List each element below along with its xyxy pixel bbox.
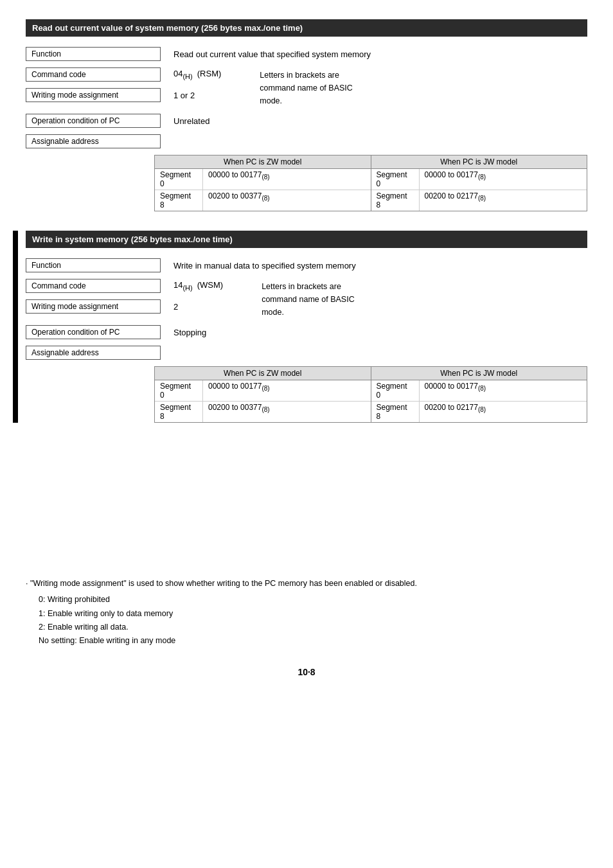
- col2-header-1: When PC is JW model: [371, 155, 587, 169]
- table2-row1-col1: Segment 0 00000 to 00177(8): [155, 380, 371, 402]
- writing-mode-value-2: 2: [173, 302, 178, 312]
- command-code-row-1: Command code 04(H) (RSM): [26, 67, 221, 82]
- footnote-item-2: 2: Enable writing all data.: [39, 621, 587, 634]
- footnote-item-3: No setting: Enable writing in any mode: [39, 634, 587, 648]
- footnote-item-0: 0: Writing prohibited: [39, 593, 587, 607]
- writing-mode-value-1: 1 or 2: [173, 91, 195, 100]
- operation-condition-row-2: Operation condition of PC Stopping: [26, 325, 587, 339]
- assignable-address-row-1: Assignable address: [26, 134, 587, 148]
- table2-row2-col1: Segment 8 00200 to 00377(8): [155, 402, 371, 422]
- table1-row2-col1: Segment 8 00200 to 00377(8): [155, 190, 371, 211]
- address-table-2: When PC is ZW model Segment 0 00000 to 0…: [154, 366, 587, 423]
- col2-header-2: When PC is JW model: [371, 367, 587, 380]
- function-value-2: Write in manual data to specified system…: [173, 261, 356, 270]
- operation-condition-value-2: Stopping: [173, 328, 206, 337]
- writing-mode-label-1: Writing mode assignment: [26, 88, 161, 102]
- operation-condition-label-1: Operation condition of PC: [26, 114, 161, 128]
- col1-header-1: When PC is ZW model: [155, 155, 371, 169]
- table1-row1-col1: Segment 0 00000 to 00177(8): [155, 169, 371, 190]
- section1-side-note: Letters in brackets are command name of …: [260, 69, 353, 107]
- section1: Read out current value of system memory …: [26, 19, 587, 211]
- table2-row1-col2: Segment 0 00000 to 00177(8): [371, 380, 587, 402]
- operation-condition-row-1: Operation condition of PC Unrelated: [26, 114, 587, 128]
- assignable-address-row-2: Assignable address: [26, 346, 587, 360]
- command-code-label-1: Command code: [26, 67, 161, 82]
- page-number: 10·8: [26, 667, 587, 677]
- command-code-row-2: Command code 14(H) (WSM): [26, 279, 223, 293]
- command-code-label-2: Command code: [26, 279, 161, 293]
- operation-condition-value-1: Unrelated: [173, 116, 209, 126]
- address-table-1: When PC is ZW model Segment 0 00000 to 0…: [154, 155, 587, 211]
- footnote-intro: · "Writing mode assignment" is used to s…: [26, 577, 587, 590]
- function-row-1: Function Read out current value that spe…: [26, 47, 587, 61]
- writing-mode-label-2: Writing mode assignment: [26, 299, 161, 314]
- function-label-2: Function: [26, 258, 161, 272]
- assignable-address-label-1: Assignable address: [26, 134, 161, 148]
- table1-row2-col2: Segment 8 00200 to 02177(8): [371, 190, 587, 211]
- footnote-item-1: 1: Enable writing only to data memory: [39, 607, 587, 621]
- section2-header: Write in system memory (256 bytes max./o…: [26, 231, 587, 248]
- footnote-items: 0: Writing prohibited 1: Enable writing …: [39, 593, 587, 648]
- table1-row1-col2: Segment 0 00000 to 00177(8): [371, 169, 587, 190]
- function-label-1: Function: [26, 47, 161, 61]
- writing-mode-row-2: Writing mode assignment 2: [26, 299, 223, 314]
- assignable-address-label-2: Assignable address: [26, 346, 161, 360]
- command-code-value-2: 14(H) (WSM): [173, 280, 223, 292]
- writing-mode-row-1: Writing mode assignment 1 or 2: [26, 88, 221, 102]
- section1-header: Read out current value of system memory …: [26, 19, 587, 37]
- section2-left-bar: [13, 231, 18, 423]
- table2-row2-col2: Segment 8 00200 to 02177(8): [371, 402, 587, 422]
- section2-side-note: Letters in brackets are command name of …: [262, 280, 355, 319]
- operation-condition-label-2: Operation condition of PC: [26, 325, 161, 339]
- function-value-1: Read out current value that specified sy…: [173, 49, 371, 59]
- section2: Write in system memory (256 bytes max./o…: [26, 231, 587, 423]
- function-row-2: Function Write in manual data to specifi…: [26, 258, 587, 272]
- footnote-section: · "Writing mode assignment" is used to s…: [26, 577, 587, 648]
- command-code-value-1: 04(H) (RSM): [173, 69, 221, 80]
- col1-header-2: When PC is ZW model: [155, 367, 371, 380]
